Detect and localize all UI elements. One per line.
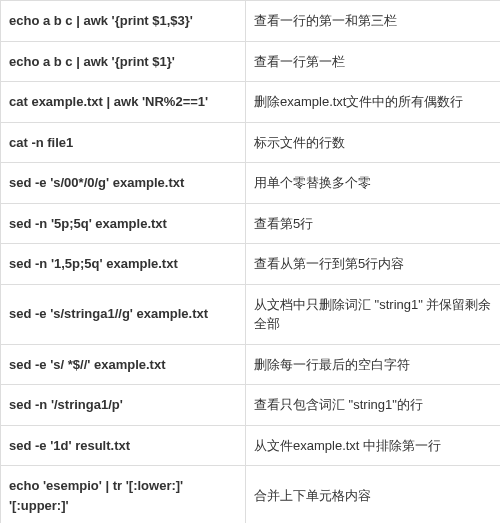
command-cell: echo a b c | awk '{print $1,$3}': [1, 1, 246, 42]
description-cell: 合并上下单元格内容: [246, 466, 501, 524]
table-row: echo a b c | awk '{print $1,$3}'查看一行的第一和…: [1, 1, 501, 42]
command-cell: cat -n file1: [1, 122, 246, 163]
command-cell: cat example.txt | awk 'NR%2==1': [1, 82, 246, 123]
command-table: echo a b c | awk '{print $1,$3}'查看一行的第一和…: [0, 0, 500, 523]
table-row: cat -n file1标示文件的行数: [1, 122, 501, 163]
command-cell: sed -n '5p;5q' example.txt: [1, 203, 246, 244]
description-cell: 查看一行的第一和第三栏: [246, 1, 501, 42]
command-table-body: echo a b c | awk '{print $1,$3}'查看一行的第一和…: [1, 1, 501, 524]
description-cell: 查看第5行: [246, 203, 501, 244]
table-row: sed -e 's/00*/0/g' example.txt用单个零替换多个零: [1, 163, 501, 204]
table-row: echo 'esempio' | tr '[:lower:]' '[:upper…: [1, 466, 501, 524]
command-cell: echo a b c | awk '{print $1}': [1, 41, 246, 82]
description-cell: 删除example.txt文件中的所有偶数行: [246, 82, 501, 123]
command-cell: sed -e 's/00*/0/g' example.txt: [1, 163, 246, 204]
description-cell: 查看从第一行到第5行内容: [246, 244, 501, 285]
table-row: echo a b c | awk '{print $1}'查看一行第一栏: [1, 41, 501, 82]
description-cell: 查看一行第一栏: [246, 41, 501, 82]
command-cell: sed -n '/stringa1/p': [1, 385, 246, 426]
description-cell: 用单个零替换多个零: [246, 163, 501, 204]
command-cell: sed -e 's/stringa1//g' example.txt: [1, 284, 246, 344]
command-cell: sed -e '1d' result.txt: [1, 425, 246, 466]
command-cell: sed -n '1,5p;5q' example.txt: [1, 244, 246, 285]
description-cell: 从文档中只删除词汇 "string1" 并保留剩余全部: [246, 284, 501, 344]
description-cell: 查看只包含词汇 "string1"的行: [246, 385, 501, 426]
description-cell: 删除每一行最后的空白字符: [246, 344, 501, 385]
table-row: sed -e 's/stringa1//g' example.txt从文档中只删…: [1, 284, 501, 344]
table-row: sed -e 's/ *$//' example.txt删除每一行最后的空白字符: [1, 344, 501, 385]
command-cell: sed -e 's/ *$//' example.txt: [1, 344, 246, 385]
table-row: cat example.txt | awk 'NR%2==1'删除example…: [1, 82, 501, 123]
table-row: sed -n '/stringa1/p'查看只包含词汇 "string1"的行: [1, 385, 501, 426]
command-table-wrapper: echo a b c | awk '{print $1,$3}'查看一行的第一和…: [0, 0, 500, 523]
table-row: sed -n '5p;5q' example.txt查看第5行: [1, 203, 501, 244]
table-row: sed -n '1,5p;5q' example.txt查看从第一行到第5行内容: [1, 244, 501, 285]
table-row: sed -e '1d' result.txt从文件example.txt 中排除…: [1, 425, 501, 466]
command-cell: echo 'esempio' | tr '[:lower:]' '[:upper…: [1, 466, 246, 524]
description-cell: 标示文件的行数: [246, 122, 501, 163]
description-cell: 从文件example.txt 中排除第一行: [246, 425, 501, 466]
